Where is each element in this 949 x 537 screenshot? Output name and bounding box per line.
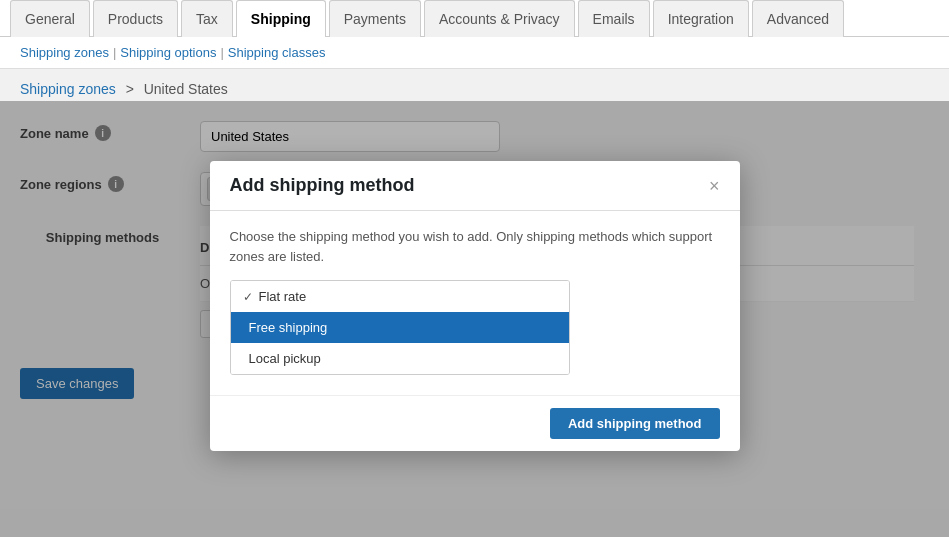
tab-general[interactable]: General xyxy=(10,0,90,37)
checkmark-icon: ✓ xyxy=(243,290,253,304)
dropdown-item-flat-rate[interactable]: ✓Flat rate xyxy=(231,281,569,312)
sub-nav-shipping-zones[interactable]: Shipping zones xyxy=(20,45,109,60)
shipping-method-dropdown[interactable]: ✓Flat rate Free shipping Local pickup xyxy=(230,280,570,375)
tab-integration[interactable]: Integration xyxy=(653,0,749,37)
content-area: Zone name i Zone regions i × United St xyxy=(0,101,949,537)
modal-title: Add shipping method xyxy=(230,175,415,196)
dropdown-item-local-pickup[interactable]: Local pickup xyxy=(231,343,569,374)
tab-payments[interactable]: Payments xyxy=(329,0,421,37)
sub-nav-separator: | xyxy=(113,45,116,60)
modal-body: Choose the shipping method you wish to a… xyxy=(210,211,740,395)
breadcrumb-current: United States xyxy=(144,81,228,97)
modal-footer: Add shipping method xyxy=(210,395,740,451)
sub-nav-shipping-classes[interactable]: Shipping classes xyxy=(228,45,326,60)
modal-header: Add shipping method × xyxy=(210,161,740,211)
sub-nav-separator: | xyxy=(220,45,223,60)
dropdown-item-label-local-pickup: Local pickup xyxy=(249,351,321,366)
tab-tax[interactable]: Tax xyxy=(181,0,233,37)
top-nav: GeneralProductsTaxShippingPaymentsAccoun… xyxy=(0,0,949,37)
modal-description: Choose the shipping method you wish to a… xyxy=(230,227,720,266)
dropdown-item-free-shipping[interactable]: Free shipping xyxy=(231,312,569,343)
tab-emails[interactable]: Emails xyxy=(578,0,650,37)
sub-nav: Shipping zones|Shipping options|Shipping… xyxy=(0,37,949,69)
sub-nav-shipping-options[interactable]: Shipping options xyxy=(120,45,216,60)
dropdown-item-label-free-shipping: Free shipping xyxy=(249,320,328,335)
breadcrumb-parent[interactable]: Shipping zones xyxy=(20,81,116,97)
modal-overlay: Add shipping method × Choose the shippin… xyxy=(0,101,949,537)
breadcrumb: Shipping zones > United States xyxy=(0,69,949,101)
tab-products[interactable]: Products xyxy=(93,0,178,37)
add-shipping-method-modal: Add shipping method × Choose the shippin… xyxy=(210,161,740,451)
modal-add-shipping-method-button[interactable]: Add shipping method xyxy=(550,408,720,439)
breadcrumb-separator: > xyxy=(122,81,138,97)
tab-advanced[interactable]: Advanced xyxy=(752,0,844,37)
modal-close-button[interactable]: × xyxy=(709,177,720,195)
tab-shipping[interactable]: Shipping xyxy=(236,0,326,37)
tab-accounts-privacy[interactable]: Accounts & Privacy xyxy=(424,0,575,37)
dropdown-item-label-flat-rate: Flat rate xyxy=(259,289,307,304)
